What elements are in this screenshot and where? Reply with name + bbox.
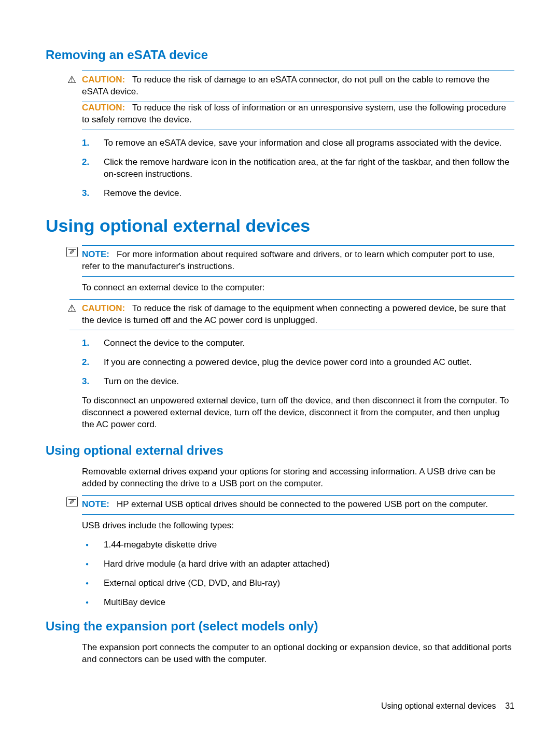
heading-using-external-devices: Using optional external devices — [46, 214, 514, 238]
body-text: Removable external drives expand your op… — [82, 466, 514, 490]
step-text: If you are connecting a powered device, … — [104, 357, 472, 367]
caution-icon — [67, 73, 76, 87]
caution-label: CAUTION: — [82, 303, 125, 313]
footer-text: Using optional external devices — [381, 701, 496, 710]
page-footer: Using optional external devices 31 — [381, 700, 514, 712]
note-text: HP external USB optical drives should be… — [117, 499, 488, 509]
list-item: 1.Connect the device to the computer. — [82, 338, 514, 349]
bullet-text: Hard drive module (a hard drive with an … — [104, 559, 330, 569]
step-number: 1. — [82, 137, 89, 149]
bullet-text: 1.44-megabyte diskette drive — [104, 540, 217, 550]
step-number: 3. — [82, 376, 89, 388]
caution-label: CAUTION: — [82, 103, 125, 113]
step-text: Turn on the device. — [104, 376, 179, 386]
step-text: To remove an eSATA device, save your inf… — [104, 138, 502, 148]
step-number: 2. — [82, 157, 89, 168]
list-item: External optical drive (CD, DVD, and Blu… — [82, 578, 514, 589]
caution-box: CAUTION: To reduce the risk of damage to… — [82, 71, 514, 102]
caution-box: CAUTION: To reduce the risk of damage to… — [69, 299, 514, 331]
caution-text: To reduce the risk of damage to an eSATA… — [82, 75, 489, 96]
bullet-text: MultiBay device — [104, 597, 165, 607]
note-icon — [66, 497, 78, 507]
caution-text: To reduce the risk of loss of informatio… — [82, 103, 506, 124]
heading-using-external-drives: Using optional external drives — [46, 442, 514, 459]
note-box: NOTE: HP external USB optical drives sho… — [82, 495, 514, 515]
caution-icon — [67, 302, 76, 315]
ordered-list: 1.Connect the device to the computer. 2.… — [82, 338, 514, 388]
step-number: 1. — [82, 338, 89, 349]
caution-label: CAUTION: — [82, 75, 125, 85]
list-item: Hard drive module (a hard drive with an … — [82, 558, 514, 570]
heading-expansion-port: Using the expansion port (select models … — [46, 618, 514, 635]
note-label: NOTE: — [82, 249, 109, 259]
list-item: 2.If you are connecting a powered device… — [82, 357, 514, 369]
body-text: To connect an external device to the com… — [82, 282, 514, 294]
note-text: For more information about required soft… — [82, 249, 495, 271]
list-item: MultiBay device — [82, 597, 514, 609]
bullet-text: External optical drive (CD, DVD, and Blu… — [104, 578, 280, 588]
caution-text: To reduce the risk of damage to the equi… — [82, 303, 506, 325]
step-text: Remove the device. — [104, 188, 181, 198]
body-text: To disconnect an unpowered external devi… — [82, 395, 514, 431]
body-text: The expansion port connects the computer… — [82, 642, 514, 666]
step-text: Click the remove hardware icon in the no… — [104, 157, 509, 179]
caution-box: CAUTION: To reduce the risk of loss of i… — [82, 102, 514, 130]
page-number: 31 — [505, 701, 514, 710]
list-item: 3.Remove the device. — [82, 188, 514, 200]
list-item: 2.Click the remove hardware icon in the … — [82, 157, 514, 180]
body-text: USB drives include the following types: — [82, 520, 514, 532]
note-icon — [66, 247, 78, 257]
heading-removing-esata: Removing an eSATA device — [46, 47, 514, 63]
ordered-list: 1.To remove an eSATA device, save your i… — [82, 137, 514, 200]
list-item: 3.Turn on the device. — [82, 376, 514, 388]
step-text: Connect the device to the computer. — [104, 338, 245, 348]
step-number: 3. — [82, 188, 89, 200]
step-number: 2. — [82, 357, 89, 369]
list-item: 1.44-megabyte diskette drive — [82, 539, 514, 551]
note-label: NOTE: — [82, 499, 109, 509]
bullet-list: 1.44-megabyte diskette drive Hard drive … — [82, 539, 514, 609]
list-item: 1.To remove an eSATA device, save your i… — [82, 137, 514, 149]
note-box: NOTE: For more information about require… — [82, 245, 514, 277]
